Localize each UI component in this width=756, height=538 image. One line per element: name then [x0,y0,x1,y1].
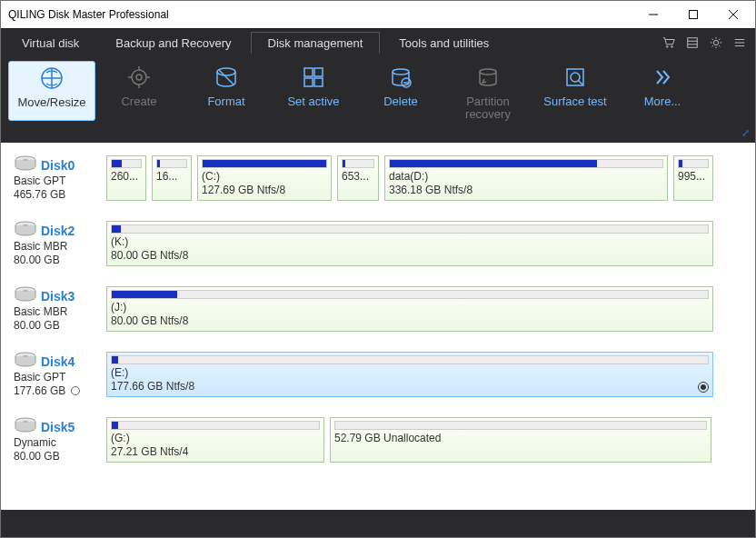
partition[interactable]: data(D:)336.18 GB Ntfs/8 [384,155,668,201]
partition-label: (C:) [202,170,327,184]
tab-backup[interactable]: Backup and Recovery [98,32,248,54]
partition[interactable]: (K:)80.00 GB Ntfs/8 [106,221,713,266]
usage-bar [111,290,709,299]
svg-point-32 [23,224,28,226]
usage-bar [678,159,709,168]
disk-type: Basic MBR [14,240,101,254]
disk-type: Basic GPT [14,371,101,384]
usage-bar [111,224,709,234]
disk-name: Disk5 [41,420,75,434]
disk-size: 80.00 GB [14,450,101,463]
delete-button[interactable]: Delete [357,61,444,108]
partition[interactable]: 653... [337,155,379,201]
disk-row[interactable]: Disk0Basic GPT465.76 GB260...16...(C:)12… [14,155,744,201]
svg-point-22 [393,69,409,75]
partition-size: 260... [111,170,142,184]
usage-bar [111,421,320,430]
maximize-button[interactable] [673,2,713,27]
partition[interactable]: 52.79 GB Unallocated [330,417,711,463]
format-icon [214,65,239,90]
tab-disk-management[interactable]: Disk management [251,32,381,54]
create-button: Create [95,61,183,108]
minimize-button[interactable] [633,2,673,27]
disk-name: Disk2 [41,224,75,238]
disk-size: 465.76 GB [14,188,101,201]
menu-icon[interactable] [728,32,751,54]
svg-point-25 [480,69,496,75]
svg-point-5 [671,46,673,48]
gear-icon[interactable] [704,32,728,54]
selected-radio[interactable] [698,382,709,393]
disk-row[interactable]: Disk4Basic GPT177.66 GB(E:)177.66 GB Ntf… [14,352,744,397]
format-button[interactable]: Format [183,61,270,108]
disk-name: Disk3 [41,289,75,304]
svg-line-17 [219,70,234,85]
svg-point-30 [23,159,28,161]
svg-point-38 [23,421,28,423]
disk-size: 80.00 GB [14,254,101,266]
partition[interactable]: 16... [152,155,192,201]
disk-radio[interactable] [71,386,80,395]
partition[interactable]: 260... [106,155,146,201]
disk-size: 177.66 GB [14,384,101,397]
partition-size: 80.00 GB Ntfs/8 [111,314,709,328]
partition[interactable]: (C:)127.69 GB Ntfs/8 [197,155,332,201]
move-resize-icon [39,65,65,91]
usage-bar [342,159,374,168]
app-window: QILING Disk Master Professional Virtual … [0,0,756,538]
usage-bar [389,159,663,168]
partition-label: (G:) [111,432,320,445]
svg-line-28 [578,80,582,85]
svg-point-14 [132,70,146,85]
disk-icon [14,286,37,305]
partition-size: 80.00 GB Ntfs/8 [111,249,709,263]
partition-label: data(D:) [389,170,663,184]
move-resize-button[interactable]: Move/Resize [8,61,95,121]
list-icon[interactable] [681,32,704,54]
close-button[interactable] [713,2,753,27]
usage-bar [156,159,187,168]
partition-recovery-button: Partition recovery [444,61,532,121]
disk-icon [14,417,37,436]
svg-rect-21 [314,78,323,86]
disk-row[interactable]: Disk5Dynamic80.00 GB(G:)27.21 GB Ntfs/45… [14,417,744,463]
disk-name: Disk4 [41,354,75,369]
delete-icon [388,65,413,90]
partition-size: 177.66 GB Ntfs/8 [111,380,709,394]
partition-size: 127.69 GB Ntfs/8 [202,184,327,197]
main-tabs: Virtual disk Backup and Recovery Disk ma… [1,28,755,54]
corner-expand-icon[interactable]: ⤢ [741,127,750,139]
partition[interactable]: 995... [673,155,713,201]
disk-size: 80.00 GB [14,319,101,332]
partition-label: (J:) [111,301,709,314]
disk-row[interactable]: Disk2Basic MBR80.00 GB(K:)80.00 GB Ntfs/… [14,221,744,266]
partition[interactable]: (G:)27.21 GB Ntfs/4 [106,417,324,463]
disk-type: Basic GPT [14,174,101,188]
tab-virtual-disk[interactable]: Virtual disk [5,32,96,54]
svg-point-15 [136,75,142,80]
surface-test-button[interactable]: Surface test [532,61,619,108]
disk-row[interactable]: Disk3Basic MBR80.00 GB(J:)80.00 GB Ntfs/… [14,286,744,332]
partition-size: 16... [156,170,187,184]
set-active-icon [301,65,326,90]
disk-list: Disk0Basic GPT465.76 GB260...16...(C:)12… [1,143,755,510]
more-button[interactable]: More... [619,61,706,108]
disk-type: Dynamic [14,436,101,450]
tab-tools[interactable]: Tools and utilities [382,32,506,54]
disk-icon [14,221,37,240]
cart-icon[interactable] [657,32,681,54]
svg-point-9 [713,40,718,45]
disk-icon [14,155,37,174]
disk-icon [14,352,37,371]
svg-rect-1 [690,11,698,19]
create-icon [126,65,152,90]
usage-bar [202,159,327,168]
svg-rect-20 [304,78,313,86]
title-bar: QILING Disk Master Professional [1,1,755,28]
partition[interactable]: (J:)80.00 GB Ntfs/8 [106,286,713,332]
svg-point-36 [23,355,28,357]
set-active-button[interactable]: Set active [270,61,357,108]
svg-point-34 [23,290,28,292]
partition[interactable]: (E:)177.66 GB Ntfs/8 [106,352,713,397]
svg-rect-19 [314,68,323,76]
